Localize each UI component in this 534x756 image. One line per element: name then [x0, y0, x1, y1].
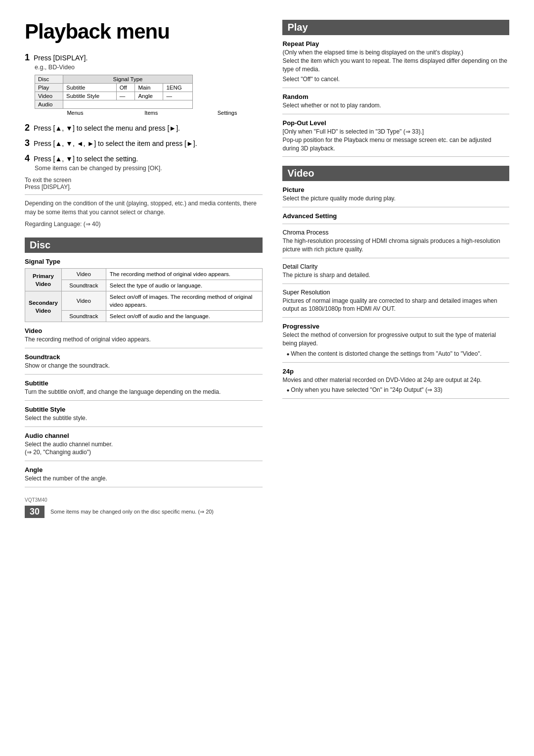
page-footer: VQT3M40: [25, 497, 263, 503]
soundtrack-item-label: Soundtrack: [25, 353, 263, 361]
progressive-bullet: When the content is distorted change the…: [286, 350, 509, 358]
detail-clarity-label: Detail Clarity: [282, 263, 509, 270]
diag-cell: [63, 100, 192, 109]
footer-note: Some items may be changed only on the di…: [50, 509, 214, 515]
subtitle-item-label: Subtitle: [25, 379, 263, 387]
step-1: 1 Press [DISPLAY]. e.g., BD-Video Disc S…: [25, 52, 263, 116]
divider: [25, 487, 263, 487]
repeat-play-label: Repeat Play: [282, 40, 509, 47]
primary-soundtrack-desc: Select the type of audio or language.: [106, 280, 263, 291]
play-section-header: Play: [282, 20, 509, 35]
diagram-footer: Menus Items Settings: [35, 110, 263, 116]
super-resolution-label: Super Resolution: [282, 289, 509, 296]
page-title: Playback menu: [25, 20, 263, 44]
model-code: VQT3M40: [25, 497, 47, 503]
divider: [282, 398, 509, 399]
step-3: 3 Press [▲, ▼, ◄, ►] to select the item …: [25, 138, 263, 148]
divider: [282, 258, 509, 258]
step-num-4: 4: [25, 153, 30, 163]
diag-cell: Audio: [35, 100, 63, 109]
chroma-process-desc: The high-resolution processing of HDMI c…: [282, 237, 509, 254]
diag-cell: Subtitle Style: [63, 92, 116, 100]
divider: [25, 194, 263, 195]
secondary-soundtrack-desc: Select on/off of audio and the language.: [106, 311, 263, 322]
step-2: 2 Press [▲, ▼] to select the menu and pr…: [25, 123, 263, 133]
angle-desc: Select the number of the angle.: [25, 474, 263, 483]
video-subheader: Video: [61, 269, 106, 280]
secondary-video-header: SecondaryVideo: [25, 291, 62, 322]
24p-desc: Movies and other material recorded on DV…: [282, 376, 509, 384]
audio-channel-label: Audio channel: [25, 432, 263, 439]
video-section-header: Video: [282, 166, 509, 181]
soundtrack-item-desc: Show or change the soundtrack.: [25, 362, 263, 370]
diag-cell: Main: [135, 84, 163, 92]
random-label: Random: [282, 93, 509, 100]
step-num-2: 2: [25, 123, 30, 133]
diag-cell: Disc: [35, 75, 63, 84]
step-4: 4 Press [▲, ▼] to select the setting. So…: [25, 153, 263, 172]
diag-cell: Video: [35, 92, 63, 100]
secondary-video-subheader: Video: [61, 291, 106, 311]
step-1-indent: e.g., BD-Video: [25, 64, 263, 71]
step-num-3: 3: [25, 138, 30, 148]
divider: [25, 426, 263, 427]
secondary-soundtrack-subheader: Soundtrack: [61, 311, 106, 322]
to-exit-label: To exit the screen: [25, 177, 71, 184]
progressive-desc: Select the method of conversion for prog…: [282, 331, 509, 348]
divider: [282, 317, 509, 318]
diag-cell: —: [163, 92, 193, 100]
subtitle-style-desc: Select the subtitle style.: [25, 414, 263, 423]
divider: [25, 374, 263, 375]
divider: [25, 400, 263, 401]
step-3-text: Press [▲, ▼, ◄, ►] to select the item an…: [34, 140, 197, 147]
diag-cell: —: [116, 92, 135, 100]
video-item-desc: The recording method of original video a…: [25, 335, 263, 344]
step-num-1: 1: [25, 52, 30, 62]
language-ref: Regarding Language: (⇒ 40): [25, 220, 263, 229]
soundtrack-subheader: Soundtrack: [61, 280, 106, 291]
divider: [282, 88, 509, 88]
signal-type-label: Signal Type: [25, 258, 263, 265]
subtitle-item-desc: Turn the subtitle on/off, and change the…: [25, 388, 263, 396]
diag-footer-items: Items: [111, 110, 187, 116]
page-number: 30: [25, 506, 44, 518]
diagram-table: Disc Signal Type Play Subtitle Off Main …: [35, 75, 193, 109]
audio-channel-desc: Select the audio channel number.(⇒ 20, "…: [25, 440, 263, 457]
random-desc: Select whether or not to play random.: [282, 101, 509, 110]
advanced-setting-label: Advanced Setting: [282, 212, 509, 220]
diag-cell: Subtitle: [63, 84, 116, 92]
diag-footer-settings: Settings: [187, 110, 263, 116]
divider: [282, 207, 509, 207]
step-4-text: Press [▲, ▼] to select the setting.: [34, 155, 138, 163]
primary-video-header: PrimaryVideo: [25, 269, 62, 291]
step-4-indent: Some items can be changed by pressing [O…: [25, 165, 263, 172]
detail-clarity-desc: The picture is sharp and detailed.: [282, 271, 509, 280]
picture-label: Picture: [282, 186, 509, 193]
disc-section-header: Disc: [25, 237, 263, 253]
pop-out-level-label: Pop-Out Level: [282, 119, 509, 127]
diag-cell: Angle: [135, 92, 163, 100]
diag-signal-type-header: Signal Type: [63, 75, 192, 84]
right-column: Play Repeat Play (Only when the elapsed …: [282, 20, 509, 518]
24p-label: 24p: [282, 368, 509, 375]
divider: [282, 224, 509, 224]
step-1-text: Press [DISPLAY].: [34, 54, 88, 62]
angle-label: Angle: [25, 466, 263, 473]
footer-row: 30 Some items may be changed only on the…: [25, 506, 263, 518]
pop-out-level-desc: [Only when "Full HD" is selected in "3D …: [282, 128, 509, 152]
diag-cell: Play: [35, 84, 63, 92]
to-exit-action: Press [DISPLAY].: [25, 184, 71, 190]
subtitle-style-label: Subtitle Style: [25, 406, 263, 413]
to-exit: To exit the screen Press [DISPLAY].: [25, 177, 263, 190]
24p-bullet: Only when you have selected "On" in "24p…: [286, 386, 509, 394]
step-2-text: Press [▲, ▼] to select the menu and pres…: [34, 124, 180, 132]
signal-type-table: PrimaryVideo Video The recording method …: [25, 268, 263, 322]
divider: [25, 461, 263, 461]
repeat-play-desc: (Only when the elapsed time is being dis…: [282, 48, 509, 73]
divider: [25, 348, 263, 348]
diag-cell: 1ENG: [163, 84, 193, 92]
diagram: Disc Signal Type Play Subtitle Off Main …: [35, 75, 263, 116]
general-note: Depending on the condition of the unit (…: [25, 199, 263, 217]
diag-footer-menus: Menus: [35, 110, 111, 116]
chroma-process-label: Chroma Process: [282, 229, 509, 236]
